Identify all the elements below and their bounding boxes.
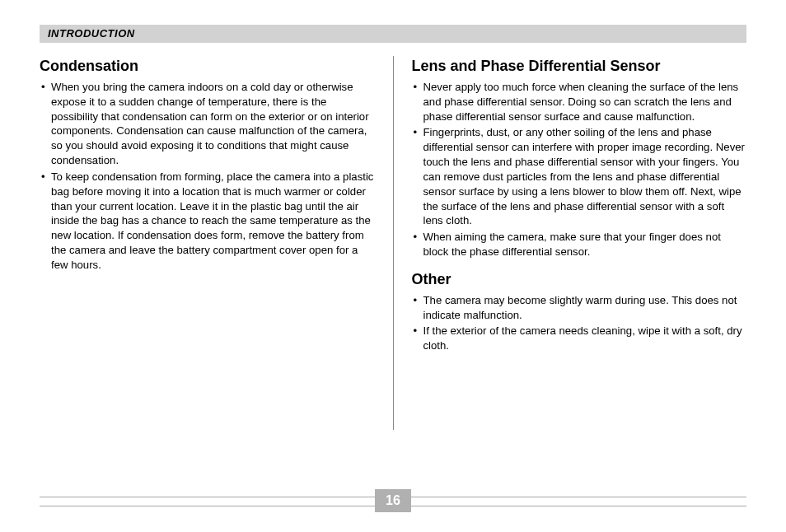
page-footer: 16 bbox=[40, 489, 746, 514]
other-list: The camera may become slightly warm duri… bbox=[412, 293, 747, 353]
right-column: Lens and Phase Differential Sensor Never… bbox=[394, 51, 747, 479]
page: INTRODUCTION Condensation When you bring… bbox=[0, 0, 786, 532]
condensation-list: When you bring the camera indoors on a c… bbox=[40, 80, 375, 273]
list-item: When aiming the camera, make sure that y… bbox=[412, 230, 747, 259]
list-item: Fingerprints, dust, or any other soiling… bbox=[412, 125, 747, 228]
list-item: The camera may become slightly warm duri… bbox=[412, 293, 747, 323]
heading-lens-sensor: Lens and Phase Differential Sensor bbox=[412, 58, 747, 75]
page-number-badge: 16 bbox=[375, 489, 411, 512]
footer-rule-right bbox=[411, 497, 746, 506]
lens-sensor-list: Never apply too much force when cleaning… bbox=[412, 80, 747, 259]
section-header-text: INTRODUCTION bbox=[48, 27, 135, 40]
left-column: Condensation When you bring the camera i… bbox=[40, 51, 393, 479]
list-item: When you bring the camera indoors on a c… bbox=[40, 80, 375, 168]
section-header-bar: INTRODUCTION bbox=[40, 25, 746, 43]
list-item: If the exterior of the camera needs clea… bbox=[412, 324, 747, 353]
two-column-layout: Condensation When you bring the camera i… bbox=[40, 51, 746, 479]
footer-rule-left bbox=[40, 497, 375, 506]
heading-other: Other bbox=[412, 271, 747, 288]
heading-condensation: Condensation bbox=[40, 58, 375, 75]
list-item: Never apply too much force when cleaning… bbox=[412, 80, 747, 124]
list-item: To keep condensation from forming, place… bbox=[40, 170, 375, 273]
